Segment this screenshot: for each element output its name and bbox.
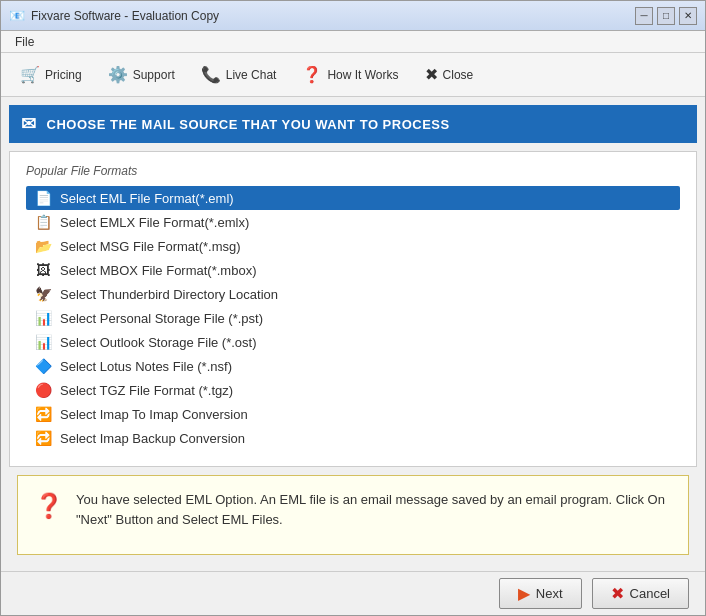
close-toolbar-icon: ✖ (425, 65, 438, 84)
imap-backup-label: Select Imap Backup Conversion (60, 431, 245, 446)
content-area: ✉ CHOOSE THE MAIL SOURCE THAT YOU WANT T… (1, 97, 705, 571)
imap-convert-icon: 🔁 (34, 406, 52, 422)
header-banner: ✉ CHOOSE THE MAIL SOURCE THAT YOU WANT T… (9, 105, 697, 143)
pst-icon: 📊 (34, 310, 52, 326)
title-bar-buttons: ─ □ ✕ (635, 7, 697, 25)
title-bar: 📧 Fixvare Software - Evaluation Copy ─ □… (1, 1, 705, 31)
live-chat-button[interactable]: 📞 Live Chat (190, 59, 288, 90)
eml-icon: 📄 (34, 190, 52, 206)
format-item-msg[interactable]: 📂 Select MSG File Format(*.msg) (26, 234, 680, 258)
format-list: 📄 Select EML File Format(*.eml) 📋 Select… (26, 186, 680, 450)
cancel-button[interactable]: ✖ Cancel (592, 578, 689, 609)
live-chat-label: Live Chat (226, 68, 277, 82)
pst-label: Select Personal Storage File (*.pst) (60, 311, 263, 326)
app-icon: 📧 (9, 8, 25, 24)
pricing-icon: 🛒 (20, 65, 40, 84)
format-item-eml[interactable]: 📄 Select EML File Format(*.eml) (26, 186, 680, 210)
next-button[interactable]: ▶ Next (499, 578, 582, 609)
next-icon: ▶ (518, 584, 530, 603)
pricing-label: Pricing (45, 68, 82, 82)
main-window: 📧 Fixvare Software - Evaluation Copy ─ □… (0, 0, 706, 616)
imap-backup-icon: 🔁 (34, 430, 52, 446)
ost-label: Select Outlook Storage File (*.ost) (60, 335, 257, 350)
support-icon: ⚙️ (108, 65, 128, 84)
info-text: You have selected EML Option. An EML fil… (76, 490, 672, 529)
menu-bar: File (1, 31, 705, 53)
imap-convert-label: Select Imap To Imap Conversion (60, 407, 248, 422)
format-item-thunderbird[interactable]: 🦅 Select Thunderbird Directory Location (26, 282, 680, 306)
maximize-button[interactable]: □ (657, 7, 675, 25)
cancel-label: Cancel (630, 586, 670, 601)
close-toolbar-button[interactable]: ✖ Close (414, 59, 485, 90)
format-item-tgz[interactable]: 🔴 Select TGZ File Format (*.tgz) (26, 378, 680, 402)
cancel-icon: ✖ (611, 584, 624, 603)
minimize-button[interactable]: ─ (635, 7, 653, 25)
thunderbird-label: Select Thunderbird Directory Location (60, 287, 278, 302)
toolbar: 🛒 Pricing ⚙️ Support 📞 Live Chat ❓ How I… (1, 53, 705, 97)
header-icon: ✉ (21, 113, 37, 135)
eml-label: Select EML File Format(*.eml) (60, 191, 234, 206)
live-chat-icon: 📞 (201, 65, 221, 84)
menu-file[interactable]: File (9, 33, 40, 51)
file-formats-section: Popular File Formats 📄 Select EML File F… (10, 152, 696, 466)
how-it-works-label: How It Works (327, 68, 398, 82)
nsf-icon: 🔷 (34, 358, 52, 374)
thunderbird-icon: 🦅 (34, 286, 52, 302)
ost-icon: 📊 (34, 334, 52, 350)
info-box: ❓ You have selected EML Option. An EML f… (17, 475, 689, 555)
support-button[interactable]: ⚙️ Support (97, 59, 186, 90)
msg-icon: 📂 (34, 238, 52, 254)
support-label: Support (133, 68, 175, 82)
mbox-label: Select MBOX File Format(*.mbox) (60, 263, 257, 278)
emlx-label: Select EMLX File Format(*.emlx) (60, 215, 249, 230)
title-bar-left: 📧 Fixvare Software - Evaluation Copy (9, 8, 219, 24)
format-item-emlx[interactable]: 📋 Select EMLX File Format(*.emlx) (26, 210, 680, 234)
how-it-works-icon: ❓ (302, 65, 322, 84)
format-item-imap-backup[interactable]: 🔁 Select Imap Backup Conversion (26, 426, 680, 450)
mbox-icon: 🖼 (34, 262, 52, 278)
header-title: CHOOSE THE MAIL SOURCE THAT YOU WANT TO … (47, 117, 450, 132)
close-button[interactable]: ✕ (679, 7, 697, 25)
main-panel: Popular File Formats 📄 Select EML File F… (9, 151, 697, 467)
emlx-icon: 📋 (34, 214, 52, 230)
close-toolbar-label: Close (443, 68, 474, 82)
msg-label: Select MSG File Format(*.msg) (60, 239, 241, 254)
next-label: Next (536, 586, 563, 601)
how-it-works-button[interactable]: ❓ How It Works (291, 59, 409, 90)
section-label: Popular File Formats (26, 164, 680, 178)
format-item-imap-convert[interactable]: 🔁 Select Imap To Imap Conversion (26, 402, 680, 426)
tgz-icon: 🔴 (34, 382, 52, 398)
format-item-pst[interactable]: 📊 Select Personal Storage File (*.pst) (26, 306, 680, 330)
format-item-nsf[interactable]: 🔷 Select Lotus Notes File (*.nsf) (26, 354, 680, 378)
nsf-label: Select Lotus Notes File (*.nsf) (60, 359, 232, 374)
footer-bar: ▶ Next ✖ Cancel (1, 571, 705, 615)
tgz-label: Select TGZ File Format (*.tgz) (60, 383, 233, 398)
pricing-button[interactable]: 🛒 Pricing (9, 59, 93, 90)
window-title: Fixvare Software - Evaluation Copy (31, 9, 219, 23)
format-item-ost[interactable]: 📊 Select Outlook Storage File (*.ost) (26, 330, 680, 354)
info-icon: ❓ (34, 492, 64, 520)
format-item-mbox[interactable]: 🖼 Select MBOX File Format(*.mbox) (26, 258, 680, 282)
